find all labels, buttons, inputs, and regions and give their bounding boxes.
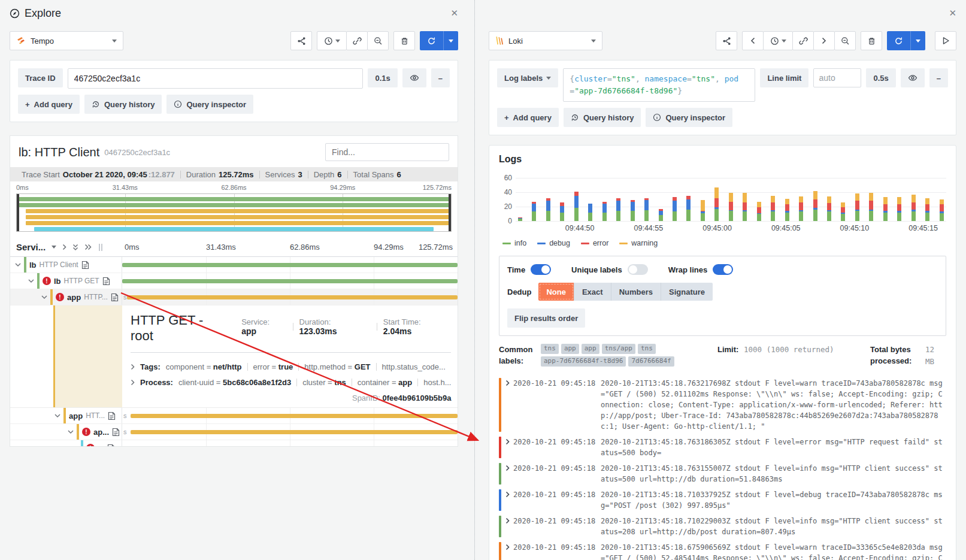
collapse-chevron-icon[interactable] (28, 279, 34, 283)
toggle-switch[interactable] (531, 264, 551, 275)
stacked-bar[interactable] (940, 199, 944, 221)
stacked-bar[interactable] (644, 198, 649, 221)
span-duration-bar[interactable] (134, 446, 446, 447)
span-row[interactable]: !lbHTTP GET (10, 273, 458, 289)
document-log-icon[interactable] (111, 293, 119, 302)
collapse-chevron-icon[interactable] (41, 295, 47, 299)
stacked-bar[interactable] (743, 193, 747, 221)
run-button[interactable] (935, 31, 956, 50)
span-name-cell[interactable]: appHTT... (10, 408, 122, 423)
toggle-query-visibility-button[interactable] (402, 68, 426, 87)
double-angle-right-icon[interactable] (84, 244, 92, 250)
log-expand-chevron-icon[interactable] (501, 437, 513, 458)
stacked-bar[interactable] (701, 200, 705, 221)
stacked-bar[interactable] (616, 198, 620, 221)
stacked-bar[interactable] (588, 204, 592, 221)
stacked-bar[interactable] (631, 200, 635, 221)
span-row[interactable]: lbHTTP Client (10, 257, 458, 273)
query-history-button[interactable]: Query history (84, 95, 162, 114)
query-inspector-button[interactable]: Query inspector (166, 95, 253, 114)
span-timeline-cell[interactable] (122, 273, 458, 289)
span-row[interactable]: !ap...s (10, 424, 458, 440)
chevron-right-icon[interactable] (62, 244, 66, 250)
span-timeline-cell[interactable]: s (122, 408, 458, 423)
stacked-bar[interactable] (729, 193, 733, 221)
span-name-cell[interactable]: !ap... (10, 424, 122, 440)
log-row[interactable]: 2020-10-21 09:45:18 2020-10-21T13:45:18.… (499, 376, 946, 435)
span-tags-row[interactable]: Tags:component = net/httperror = truehtt… (131, 362, 451, 371)
span-duration-bar[interactable] (122, 263, 458, 267)
toggle-switch[interactable] (713, 264, 733, 275)
remove-query-button[interactable]: – (431, 68, 450, 87)
toggle-query-visibility-button[interactable] (901, 68, 925, 87)
log-row[interactable]: 2020-10-21 09:45:18 2020-10-21T13:45:18.… (499, 540, 946, 560)
log-row[interactable]: 2020-10-21 09:45:18 2020-10-21T13:45:18.… (499, 461, 946, 488)
chevron-down-icon[interactable] (52, 246, 56, 249)
log-expand-chevron-icon[interactable] (501, 489, 513, 511)
legend-item[interactable]: error (581, 239, 608, 247)
log-labels-dropdown[interactable]: Log labels (497, 68, 558, 87)
stacked-bar[interactable] (897, 197, 901, 221)
span-duration-bar[interactable] (131, 414, 458, 418)
link-split-button[interactable] (346, 31, 368, 50)
log-row[interactable]: 2020-10-21 09:45:18 2020-10-21T13:45:18.… (499, 514, 946, 540)
collapse-chevron-icon[interactable] (54, 414, 60, 418)
link-split-button[interactable] (792, 31, 814, 50)
legend-item[interactable]: info (502, 239, 526, 247)
expand-chevron-icon[interactable] (131, 364, 135, 370)
stacked-bar[interactable] (714, 187, 719, 221)
refresh-button[interactable] (887, 31, 911, 50)
document-log-icon[interactable] (107, 444, 115, 447)
remove-query-button[interactable]: – (929, 68, 948, 87)
time-shift-back-button[interactable] (742, 31, 764, 50)
stacked-bar[interactable] (686, 196, 691, 221)
time-range-button[interactable] (763, 31, 793, 50)
stacked-bar[interactable] (799, 196, 803, 221)
stacked-bar[interactable] (883, 197, 888, 221)
column-resize-handle[interactable] (99, 244, 102, 251)
dedup-option-none[interactable]: None (538, 283, 574, 301)
query-inspector-button[interactable]: Query inspector (646, 108, 732, 127)
zoom-out-button[interactable] (367, 31, 389, 50)
stacked-bar[interactable] (869, 193, 873, 221)
stacked-bar[interactable] (925, 198, 929, 221)
span-row[interactable]: !appHTTP...s (10, 289, 458, 305)
stacked-bar[interactable] (813, 191, 817, 221)
stacked-bar[interactable] (574, 192, 579, 221)
dedup-option-exact[interactable]: Exact (574, 283, 611, 301)
stacked-bar[interactable] (659, 209, 663, 221)
close-right-pane-icon[interactable]: ✕ (949, 8, 956, 19)
span-name-cell[interactable]: lbHTTP Client (10, 257, 122, 273)
time-shift-forward-button[interactable] (813, 31, 835, 50)
stacked-bar[interactable] (602, 202, 607, 221)
zoom-out-button[interactable] (834, 31, 856, 50)
clear-all-button[interactable] (861, 31, 882, 50)
chart-plot-area[interactable] (516, 178, 946, 221)
span-timeline-cell[interactable]: s (122, 289, 458, 305)
datasource-picker-tempo[interactable]: Tempo (10, 31, 123, 50)
document-log-icon[interactable] (108, 411, 116, 420)
refresh-interval-dropdown[interactable] (444, 31, 458, 50)
legend-item[interactable]: debug (537, 239, 570, 247)
minimap-drag-handle[interactable] (449, 194, 451, 231)
span-timeline-cell[interactable] (122, 257, 458, 273)
log-expand-chevron-icon[interactable] (501, 516, 513, 537)
toggle-switch[interactable] (628, 264, 648, 275)
line-limit-input[interactable] (813, 68, 861, 87)
span-row[interactable]: appHTT...s (10, 408, 458, 424)
stacked-bar[interactable] (757, 202, 761, 221)
stacked-bar[interactable] (785, 199, 789, 221)
add-query-button[interactable]: +Add query (497, 108, 559, 127)
refresh-interval-dropdown[interactable] (911, 31, 925, 50)
span-name-cell[interactable]: !lbHTTP GET (10, 273, 122, 289)
log-expand-chevron-icon[interactable] (501, 463, 513, 485)
dedup-option-signature[interactable]: Signature (661, 283, 713, 301)
dedup-option-numbers[interactable]: Numbers (611, 283, 661, 301)
span-duration-bar[interactable] (122, 279, 458, 283)
span-name-cell[interactable]: !appHTTP... (10, 289, 122, 305)
datasource-picker-loki[interactable]: Loki (489, 31, 602, 50)
stacked-bar[interactable] (841, 202, 845, 221)
document-log-icon[interactable] (102, 277, 110, 286)
clear-all-button[interactable] (393, 31, 415, 50)
pane-split-divider[interactable] (474, 0, 475, 560)
